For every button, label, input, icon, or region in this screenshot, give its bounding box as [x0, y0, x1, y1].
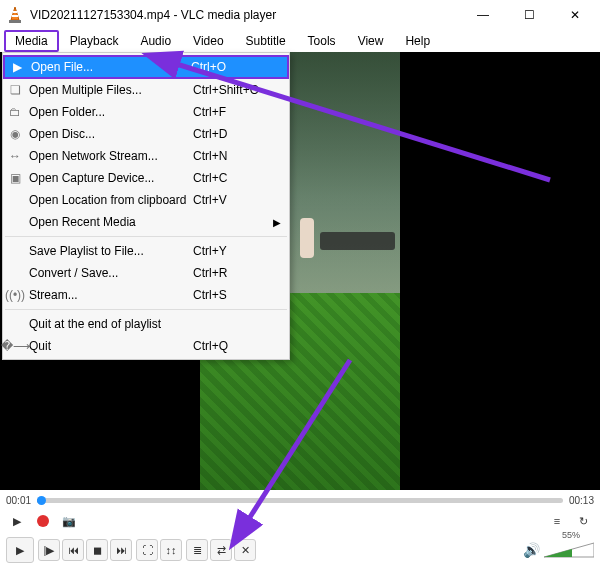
record-button[interactable]	[32, 510, 54, 532]
toolbar-main: ▶ |▶ ⏮ ◼ ⏭ ⛶ ↕↕ ≣ ⇄ ✕ 🔊 55%	[0, 536, 600, 564]
menu-item-icon: ((•))	[3, 288, 27, 302]
menu-item-open-recent-media[interactable]: Open Recent Media▶	[3, 211, 289, 233]
menu-video[interactable]: Video	[182, 30, 234, 52]
seek-track[interactable]	[37, 498, 563, 503]
repeat-button[interactable]: ⇄	[210, 539, 232, 561]
menu-item-label: Open Recent Media	[27, 215, 193, 229]
playlist-toggle-button[interactable]: ≡	[546, 510, 568, 532]
menu-playback[interactable]: Playback	[59, 30, 130, 52]
seek-bar-row: 00:01 00:13	[0, 494, 600, 506]
menu-item-icon: ▶	[5, 60, 29, 74]
menu-item-stream[interactable]: ((•))Stream...Ctrl+S	[3, 284, 289, 306]
media-menu-dropdown: ▶Open File...Ctrl+O❏Open Multiple Files.…	[2, 52, 290, 360]
previous-button[interactable]: ⏮	[62, 539, 84, 561]
menu-item-label: Open Folder...	[27, 105, 193, 119]
loop-mini-button[interactable]: ↻	[572, 510, 594, 532]
menu-item-shortcut: Ctrl+Q	[193, 339, 273, 353]
toolbar-secondary: ▶ 📷 ≡ ↻	[0, 508, 600, 534]
seek-handle[interactable]	[37, 498, 42, 503]
time-total: 00:13	[569, 495, 594, 506]
video-content	[320, 232, 395, 250]
menu-item-icon: ❏	[3, 83, 27, 97]
menu-item-convert-save[interactable]: Convert / Save...Ctrl+R	[3, 262, 289, 284]
menu-item-icon: �⟶	[3, 339, 27, 353]
volume-control[interactable]: 🔊 55%	[523, 541, 594, 559]
menu-item-save-playlist-to-file[interactable]: Save Playlist to File...Ctrl+Y	[3, 240, 289, 262]
menu-item-shortcut: Ctrl+Y	[193, 244, 273, 258]
menu-separator	[5, 309, 287, 310]
menu-item-label: Stream...	[27, 288, 193, 302]
minimize-button[interactable]: —	[460, 0, 506, 30]
menu-item-open-network-stream[interactable]: ↔Open Network Stream...Ctrl+N	[3, 145, 289, 167]
menu-item-open-location-from-clipboard[interactable]: Open Location from clipboardCtrl+V	[3, 189, 289, 211]
title-bar: VID20211127153304.mp4 - VLC media player…	[0, 0, 600, 30]
volume-icon[interactable]: 🔊	[523, 542, 540, 558]
menu-item-label: Convert / Save...	[27, 266, 193, 280]
shuffle-button[interactable]: ✕	[234, 539, 256, 561]
close-button[interactable]: ✕	[552, 0, 598, 30]
svg-rect-3	[9, 20, 21, 23]
menu-item-label: Quit at the end of playlist	[27, 317, 193, 331]
menu-item-label: Open Capture Device...	[27, 171, 193, 185]
menu-separator	[5, 236, 287, 237]
menu-item-icon: ◉	[3, 127, 27, 141]
fullscreen-button[interactable]: ⛶	[136, 539, 158, 561]
menu-item-shortcut: Ctrl+R	[193, 266, 273, 280]
snapshot-button[interactable]: 📷	[58, 510, 80, 532]
menu-help[interactable]: Help	[394, 30, 441, 52]
stop-button[interactable]: ◼	[86, 539, 108, 561]
menu-item-open-file[interactable]: ▶Open File...Ctrl+O	[3, 55, 289, 79]
frame-step-button[interactable]: |▶	[38, 539, 60, 561]
menu-item-shortcut: Ctrl+N	[193, 149, 273, 163]
menu-item-icon: 🗀	[3, 105, 27, 119]
menu-subtitle[interactable]: Subtitle	[235, 30, 297, 52]
menu-item-label: Open File...	[29, 60, 191, 74]
next-button[interactable]: ⏭	[110, 539, 132, 561]
menu-item-open-folder[interactable]: 🗀Open Folder...Ctrl+F	[3, 101, 289, 123]
menu-item-label: Open Multiple Files...	[27, 83, 193, 97]
menu-item-open-capture-device[interactable]: ▣Open Capture Device...Ctrl+C	[3, 167, 289, 189]
menu-tools[interactable]: Tools	[297, 30, 347, 52]
menu-item-shortcut: Ctrl+S	[193, 288, 273, 302]
menu-item-shortcut: Ctrl+F	[193, 105, 273, 119]
menu-item-shortcut: Ctrl+Shift+O	[193, 83, 273, 97]
menu-item-shortcut: Ctrl+C	[193, 171, 273, 185]
menu-item-label: Open Network Stream...	[27, 149, 193, 163]
menu-item-open-disc[interactable]: ◉Open Disc...Ctrl+D	[3, 123, 289, 145]
svg-rect-1	[13, 11, 17, 13]
menu-item-shortcut: Ctrl+D	[193, 127, 273, 141]
extended-settings-button[interactable]: ↕↕	[160, 539, 182, 561]
time-elapsed: 00:01	[6, 495, 31, 506]
menu-item-quit-at-the-end-of-playlist[interactable]: Quit at the end of playlist	[3, 313, 289, 335]
record-icon	[37, 515, 49, 527]
menu-item-label: Open Disc...	[27, 127, 193, 141]
menu-item-open-multiple-files[interactable]: ❏Open Multiple Files...Ctrl+Shift+O	[3, 79, 289, 101]
window-title: VID20211127153304.mp4 - VLC media player	[30, 8, 460, 22]
submenu-arrow-icon: ▶	[273, 217, 289, 228]
menu-item-label: Save Playlist to File...	[27, 244, 193, 258]
volume-slider[interactable]: 55%	[544, 541, 594, 559]
menu-item-label: Open Location from clipboard	[27, 193, 193, 207]
menu-item-shortcut: Ctrl+O	[191, 60, 271, 74]
menu-item-quit[interactable]: �⟶QuitCtrl+Q	[3, 335, 289, 357]
menu-audio[interactable]: Audio	[129, 30, 182, 52]
menu-item-label: Quit	[27, 339, 193, 353]
maximize-button[interactable]: ☐	[506, 0, 552, 30]
menu-view[interactable]: View	[347, 30, 395, 52]
menu-item-icon: ↔	[3, 149, 27, 163]
menu-bar: MediaPlaybackAudioVideoSubtitleToolsView…	[0, 30, 600, 52]
menu-media[interactable]: Media	[4, 30, 59, 52]
volume-percent: 55%	[562, 530, 580, 540]
play-button[interactable]: ▶	[6, 537, 34, 563]
menu-item-shortcut: Ctrl+V	[193, 193, 273, 207]
mini-play-button[interactable]: ▶	[6, 510, 28, 532]
menu-item-icon: ▣	[3, 171, 27, 185]
svg-marker-0	[11, 7, 19, 20]
video-content	[300, 218, 314, 258]
vlc-logo-icon	[6, 6, 24, 24]
svg-rect-2	[12, 15, 18, 17]
playlist-button[interactable]: ≣	[186, 539, 208, 561]
